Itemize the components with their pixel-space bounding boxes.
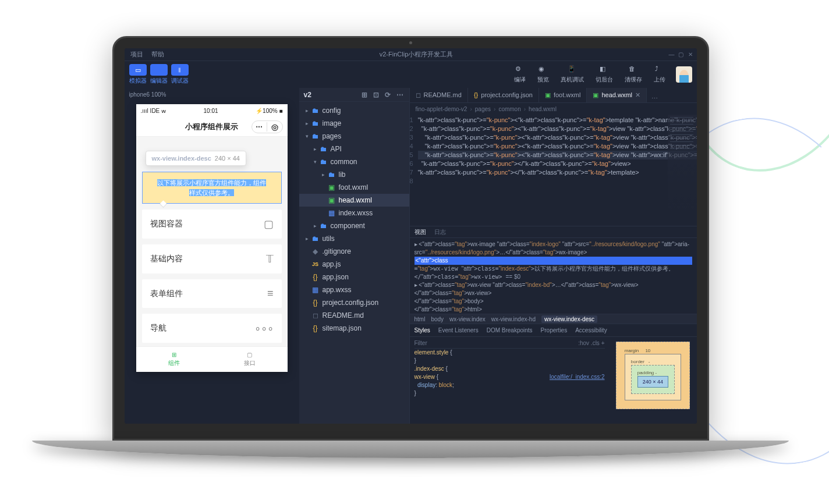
dom-node-selected[interactable]: <"attr">class <box>414 257 692 265</box>
close-icon[interactable]: ✕ <box>635 91 640 99</box>
editor-tab[interactable]: ◻ README.md <box>410 88 468 102</box>
toolbar-clearcache[interactable]: 🗑 清缓存 <box>625 65 642 84</box>
tree-node[interactable]: 🖿 pages <box>299 130 409 143</box>
tree-node[interactable]: ▦ index.wxss <box>299 207 409 219</box>
tree-arrow-icon[interactable] <box>312 146 319 152</box>
collapse-icon[interactable]: ⋯ <box>396 91 405 99</box>
styles-toggles[interactable]: :hov .cls + <box>578 339 604 347</box>
editor-tab[interactable]: ▣ foot.wxml <box>539 88 587 102</box>
toolbar-background[interactable]: ◧ 切后台 <box>596 65 613 84</box>
capsule[interactable]: ··· ◎ <box>251 120 283 133</box>
tree-node[interactable]: 🖿 image <box>299 117 409 130</box>
code-editor[interactable]: 12345678 "k-attr">class"k-punc">="k-punc… <box>410 115 697 226</box>
toolbar-remote[interactable]: 📱 真机调试 <box>561 65 584 84</box>
dom-breadcrumb[interactable]: htmlbodywx-view.indexwx-view.index-hdwx-… <box>410 314 697 324</box>
css-rule[interactable]: .index-desc { </span><br>&nbsp;&nbsp;<sp… <box>414 365 605 373</box>
file-icon: {} <box>474 91 478 98</box>
tree-root[interactable]: v2 <box>304 91 311 99</box>
styles-tab[interactable]: Accessibility <box>575 327 607 333</box>
dom-crumb-item[interactable]: wx-view.index-desc <box>541 315 597 323</box>
toolbar-compile[interactable]: ⚙ 编译 <box>514 65 526 84</box>
tree-arrow-icon[interactable] <box>312 223 319 229</box>
breadcrumb-item[interactable]: head.wxml <box>529 106 557 112</box>
css-rule[interactable]: wx-view { localfile:/_index.css:2 displa… <box>414 373 605 397</box>
breadcrumb-item[interactable]: fino-applet-demo-v2 <box>416 106 467 112</box>
toolbar-preview[interactable]: ◉ 预览 <box>537 65 549 84</box>
tree-node[interactable]: ▣ head.wxml <box>299 194 409 207</box>
list-item[interactable]: 导航 ∘∘∘ <box>142 314 282 343</box>
list-item[interactable]: 视图容器 ▢ <box>142 210 282 239</box>
dom-node[interactable]: ▸ <"attr">class="tag">wx-image "attr">cl… <box>414 240 692 257</box>
window-maximize-icon[interactable]: ▢ <box>678 52 684 58</box>
menu-help[interactable]: 帮助 <box>151 50 164 59</box>
tree-node[interactable]: 🖿 config <box>299 104 409 117</box>
menu-project[interactable]: 项目 <box>130 50 143 59</box>
editor-tab[interactable]: {} project.config.json <box>468 88 539 102</box>
window-close-icon[interactable]: ✕ <box>688 52 693 58</box>
tree-node[interactable]: 🖿 utils <box>299 232 409 245</box>
simulator-device-label[interactable]: iphone6 100% <box>125 88 299 101</box>
phone-tab[interactable]: ▢ 接口 <box>212 347 288 372</box>
editor-tab[interactable]: ▣ head.wxml ✕ <box>587 88 647 102</box>
dom-node[interactable]: ▸ <"attr">class="tag">wx-view "attr">cla… <box>414 281 692 289</box>
breadcrumb-item[interactable]: common <box>498 106 520 112</box>
dom-node[interactable]: </"attr">class="tag">wx-view> <box>414 289 692 297</box>
tree-node[interactable]: {} app.json <box>299 271 409 283</box>
tree-node[interactable]: JS app.js <box>299 258 409 271</box>
file-icon: ▣ <box>593 91 598 99</box>
styles-tab[interactable]: DOM Breakpoints <box>487 327 533 333</box>
styles-panel[interactable]: Filter:hov .cls + element.style { } .ind… <box>410 337 610 424</box>
new-file-icon[interactable]: ⊞ <box>362 91 370 99</box>
dom-crumb-item[interactable]: wx-view.index <box>449 316 486 322</box>
tree-node[interactable]: ▦ app.wxss <box>299 283 409 296</box>
file-icon: {} <box>311 324 320 332</box>
dom-node[interactable]: </"attr">class="tag">body> <box>414 297 692 306</box>
styles-tab[interactable]: Properties <box>541 327 568 333</box>
tree-node[interactable]: 🖿 API <box>299 143 409 155</box>
tree-node[interactable]: ◆ .gitignore <box>299 245 409 258</box>
styles-tab[interactable]: Event Listeners <box>438 327 479 333</box>
list-item[interactable]: 基础内容 𝕋 <box>142 244 282 274</box>
devtools-tab[interactable]: 视图 <box>414 228 426 236</box>
more-tabs-icon[interactable]: ⋯ <box>647 95 663 102</box>
tree-arrow-icon[interactable] <box>320 172 327 178</box>
dom-tree[interactable]: ▸ <"attr">class="tag">wx-image "attr">cl… <box>410 238 697 314</box>
dom-crumb-item[interactable]: body <box>431 316 444 322</box>
tree-node[interactable]: ◻ README.md <box>299 309 409 322</box>
phone-statusbar: .ıııl IDE ᴡ 10:01 ⚡100% ■ <box>136 104 288 117</box>
tree-node[interactable]: 🖿 component <box>299 219 409 232</box>
breadcrumb-item[interactable]: pages <box>475 106 491 112</box>
tree-arrow-icon[interactable] <box>312 159 319 165</box>
refresh-icon[interactable]: ⟳ <box>385 91 393 99</box>
tree-arrow-icon[interactable] <box>304 133 311 139</box>
tree-arrow-icon[interactable] <box>304 120 311 126</box>
dom-node[interactable]: </"attr">class="tag">html> <box>414 306 692 314</box>
tree-node[interactable]: 🖿 lib <box>299 168 409 181</box>
tree-arrow-icon[interactable] <box>304 236 311 242</box>
phone-tab[interactable]: ⊞ 组件 <box>136 347 212 372</box>
css-rule[interactable]: element.style { } <box>414 349 605 365</box>
capsule-more-icon[interactable]: ··· <box>252 122 267 132</box>
devtools-tab[interactable]: 日志 <box>434 228 446 236</box>
minimap[interactable] <box>668 115 697 226</box>
inspected-element[interactable]: 以下将展示小程序官方组件能力，组件 样式仅供参考。 <box>142 172 282 204</box>
toolbar-debugger[interactable]: ⫴ 调试器 <box>171 64 189 85</box>
styles-filter[interactable]: Filter <box>414 339 427 347</box>
styles-tab[interactable]: Styles <box>414 327 430 333</box>
window-minimize-icon[interactable]: — <box>669 52 675 58</box>
tree-node[interactable]: {} sitemap.json <box>299 322 409 335</box>
new-folder-icon[interactable]: ⊡ <box>373 91 381 99</box>
file-icon: ▦ <box>311 286 320 294</box>
toolbar-simulator[interactable]: ▭ 模拟器 <box>129 64 147 85</box>
tree-node[interactable]: 🖿 common <box>299 155 409 168</box>
tree-arrow-icon[interactable] <box>304 108 311 113</box>
dom-crumb-item[interactable]: html <box>414 316 426 322</box>
capsule-close-icon[interactable]: ◎ <box>267 122 282 132</box>
list-item[interactable]: 表单组件 ≡ <box>142 279 282 308</box>
toolbar-upload[interactable]: ⤴ 上传 <box>654 65 665 84</box>
tree-node[interactable]: ▣ foot.wxml <box>299 181 409 194</box>
tree-node[interactable]: {} project.config.json <box>299 296 409 309</box>
dom-crumb-item[interactable]: wx-view.index-hd <box>491 316 536 322</box>
avatar[interactable] <box>676 66 692 83</box>
toolbar-editor[interactable]: 编辑器 <box>150 64 168 85</box>
